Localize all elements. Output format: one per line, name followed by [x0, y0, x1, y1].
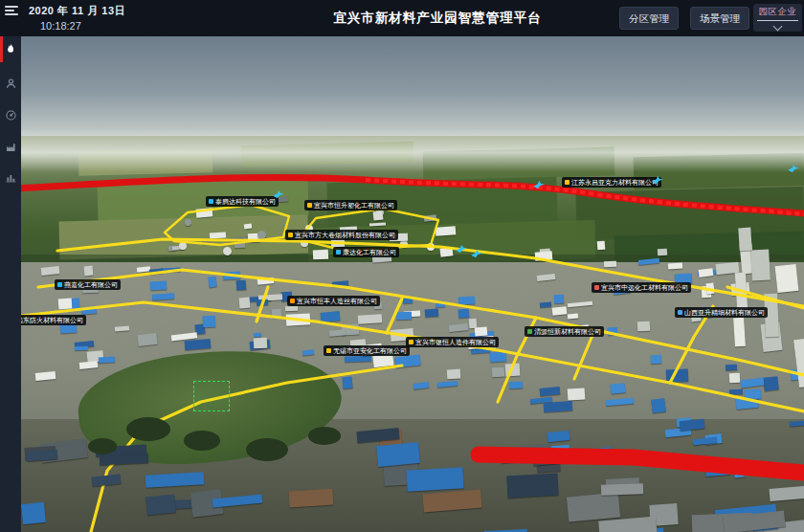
scene-management-button[interactable]: 场景管理: [690, 7, 749, 30]
header-date: 2020 年 11 月 13日: [29, 4, 125, 18]
blue-plane-marker-icon[interactable]: [532, 180, 545, 189]
user-icon: [5, 78, 17, 90]
sidebar-item-monitor[interactable]: [0, 100, 21, 129]
sidebar-item-enterprise[interactable]: [0, 132, 21, 161]
map-markers: [21, 36, 804, 532]
zone-management-button[interactable]: 分区管理: [619, 7, 679, 30]
bar-chart-icon: [5, 171, 17, 184]
sidebar-item-personnel[interactable]: [0, 69, 21, 98]
header-bar: 2020 年 11 月 13日 10:18:27 宜兴市新材料产业园智慧管理平台…: [0, 0, 804, 36]
menu-icon[interactable]: [5, 6, 18, 16]
sidebar-item-alarm[interactable]: [0, 34, 21, 63]
dropdown-label: 园区企业: [753, 6, 802, 18]
page-title: 宜兴市新材料产业园智慧管理平台: [333, 10, 542, 27]
blue-plane-marker-icon[interactable]: [651, 175, 663, 185]
park-enterprise-dropdown[interactable]: 园区企业: [753, 4, 802, 32]
blue-plane-marker-icon[interactable]: [455, 244, 467, 254]
blue-plane-marker-icon[interactable]: [470, 249, 482, 258]
sidebar-item-statistics[interactable]: [0, 163, 21, 191]
chevron-down-icon: [773, 22, 783, 32]
factory-icon: [5, 141, 17, 153]
flame-icon: [5, 43, 17, 55]
app-root: 泰腾达科技有限公司宜兴市恒升塑化工有限公司宜兴市方大卷烟材料股份有限公司康达化工…: [0, 0, 804, 532]
blue-plane-marker-icon[interactable]: [787, 164, 799, 173]
gauge-icon: [5, 109, 17, 122]
blue-plane-marker-icon[interactable]: [272, 189, 284, 199]
map-3d-view[interactable]: 泰腾达科技有限公司宜兴市恒升塑化工有限公司宜兴市方大卷烟材料股份有限公司康达化工…: [21, 36, 804, 532]
header-time: 10:18:27: [40, 20, 81, 32]
selection-box: [193, 381, 230, 411]
sidebar: [0, 0, 21, 532]
